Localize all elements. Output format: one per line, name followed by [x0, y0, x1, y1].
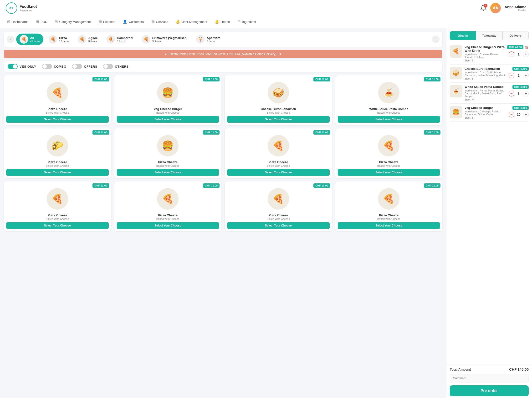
- select-item-button[interactable]: Select Your Choose: [6, 222, 109, 229]
- item-card: CHF 11.00 🍕 Pizza Cheeze Baked With Chee…: [335, 181, 443, 231]
- cart-item-size: Size : S: [465, 59, 505, 62]
- nav-item-user-management[interactable]: 🔔 User Management: [172, 16, 210, 28]
- item-card: CHF 11.00 🥪 Cheese Burst Sandwich Baked …: [225, 75, 332, 125]
- cat-label-pizza: Pizza: [59, 36, 69, 40]
- item-price-badge: CHF 11.00: [313, 77, 330, 81]
- qty-increase-button[interactable]: +: [523, 73, 529, 78]
- cat-prev-arrow[interactable]: ‹: [7, 36, 14, 43]
- nav-item-category-management[interactable]: ⊞ Category Management: [51, 16, 94, 28]
- toggle-knob-offers: [72, 64, 77, 68]
- nav-item-dashboards[interactable]: ⊞ Dashboards: [4, 16, 32, 28]
- qty-decrease-button[interactable]: −: [509, 51, 514, 57]
- select-item-button[interactable]: Select Your Choose: [338, 222, 440, 229]
- qty-increase-button[interactable]: +: [523, 91, 529, 96]
- tab-dine-in[interactable]: Dine in: [450, 31, 476, 40]
- select-item-button[interactable]: Select Your Choose: [227, 222, 330, 229]
- cart-item-info: White Sauce Pasta Combo Ingredients : Pe…: [465, 85, 506, 101]
- toggle-knob-combo: [42, 64, 47, 68]
- delete-item-button[interactable]: 🗑: [525, 45, 529, 50]
- cat-tab-aglioe[interactable]: 🍕 Aglioe 3 Items: [74, 34, 101, 45]
- toggle-knob-veg-only: [13, 64, 17, 68]
- item-desc: Baked With Cheese: [117, 218, 219, 220]
- cat-tab-primavera[interactable]: 🍕 Primavera (Vegetarisch) 3 Items: [139, 34, 191, 45]
- select-item-button[interactable]: Select Your Choose: [117, 222, 219, 229]
- user-name: Anna Adame: [505, 5, 526, 9]
- select-item-button[interactable]: Select Your Choose: [227, 169, 330, 176]
- cart-item-info: Cheese Burst Sandwich Ingredients : Corn…: [465, 67, 506, 80]
- item-name: Pizza Cheeze: [338, 213, 440, 217]
- preorder-button[interactable]: Pre-order: [450, 385, 529, 396]
- select-item-button[interactable]: Select Your Choose: [6, 169, 109, 176]
- item-price-badge: CHF 11.00: [203, 130, 220, 135]
- toggle-veg-only[interactable]: [8, 64, 18, 69]
- cat-tab-aperritifs[interactable]: 🍹 Aperritifs 3 Items: [193, 34, 224, 45]
- nav-label-user-mgmt: User Management: [182, 20, 207, 24]
- logo-icon: ✂: [6, 2, 17, 14]
- qty-increase-button[interactable]: +: [523, 112, 529, 118]
- cat-tab-gamberoni[interactable]: 🍕 Gamberoni 3 Items: [103, 34, 137, 45]
- total-label: Total Amount: [450, 367, 471, 371]
- cart-item-image: 🍕: [450, 45, 462, 58]
- filter-veg-only[interactable]: VEG ONLY: [8, 64, 36, 69]
- item-price-badge: CHF 11.00: [93, 77, 109, 81]
- items-grid: CHF 11.00 🍕 Pizza Cheeze Baked With Chee…: [4, 75, 442, 231]
- qty-decrease-button[interactable]: −: [509, 112, 514, 118]
- item-price-badge: CHF 11.00: [203, 183, 220, 188]
- select-item-button[interactable]: Select Your Choose: [117, 169, 219, 176]
- tab-takeaway[interactable]: Takeaway: [476, 31, 502, 40]
- cat-tab-pizza[interactable]: 🍕 Pizza 12 Items: [45, 34, 72, 45]
- item-image: 🍕: [157, 188, 178, 210]
- nav-item-expense[interactable]: ▦ Expense: [95, 16, 119, 28]
- comment-input[interactable]: [450, 374, 529, 383]
- item-info: Pizza Cheeze Baked With Cheese Select Yo…: [335, 159, 443, 178]
- cart-item-name: White Sauce Pasta Combo: [465, 85, 506, 89]
- item-price-badge: CHF 11.00: [313, 130, 330, 135]
- expense-icon: ▦: [98, 19, 102, 24]
- item-name: Pizza Cheeze: [6, 213, 109, 217]
- filter-combo[interactable]: COMBO: [42, 64, 66, 69]
- category-icon: ⊞: [55, 19, 58, 24]
- qty-increase-button[interactable]: +: [523, 51, 529, 57]
- user-role: Fonder: [505, 9, 526, 12]
- cart-item-info: Veg Cheese Burger Ingredients : Cabbage,…: [465, 106, 506, 119]
- item-image: 🍔: [157, 135, 178, 156]
- nav-item-report[interactable]: 🔔 Report: [211, 16, 233, 28]
- select-item-button[interactable]: Select Your Choose: [338, 116, 440, 123]
- toggle-knob-others: [103, 64, 108, 68]
- nav-item-ingredient[interactable]: ⊞ Ingredient: [234, 16, 259, 28]
- cat-label-aperritifs: Aperritifs: [207, 36, 221, 40]
- tab-delivery[interactable]: Delivery: [502, 31, 529, 40]
- toggle-others[interactable]: [103, 64, 113, 69]
- nav-label-ingredient: Ingredient: [242, 20, 256, 24]
- filter-offers[interactable]: OFFERS: [72, 64, 97, 69]
- item-name: Cheese Burst Sandwich: [227, 107, 330, 111]
- item-image: 🥪: [268, 82, 289, 103]
- select-item-button[interactable]: Select Your Choose: [338, 169, 440, 176]
- toggle-combo[interactable]: [42, 64, 52, 69]
- nav-item-services[interactable]: ▦ Services: [148, 16, 171, 28]
- qty-decrease-button[interactable]: −: [509, 91, 514, 96]
- select-item-button[interactable]: Select Your Choose: [227, 116, 330, 123]
- item-desc: Baked With Cheese: [338, 111, 440, 114]
- notification-bell[interactable]: 3: [480, 5, 487, 12]
- nav-label-customers: Customers: [129, 20, 144, 24]
- select-item-button[interactable]: Select Your Choose: [6, 116, 109, 123]
- toggle-offers[interactable]: [72, 64, 82, 69]
- qty-decrease-button[interactable]: −: [509, 73, 514, 78]
- info-banner: ★ Restaurants Open At 9:00 AM And Close …: [4, 50, 442, 58]
- cat-count-pizza: 12 Items: [59, 40, 69, 43]
- order-type-tabs: Dine in Takeaway Delivery: [446, 28, 532, 40]
- nav-item-pos[interactable]: ⊞ POS: [33, 16, 50, 28]
- filter-others[interactable]: OTHERS: [103, 64, 128, 69]
- item-info: Veg Cheese Burger Baked With Cheese Sele…: [114, 106, 222, 125]
- item-desc: Baked With Cheese: [338, 218, 440, 220]
- select-item-button[interactable]: Select Your Choose: [117, 116, 219, 123]
- item-info: Pizza Cheeze Baked With Cheese Select Yo…: [225, 212, 332, 231]
- item-name: Pizza Cheeze: [338, 160, 440, 164]
- nav-item-customers[interactable]: 👤 Customers: [120, 16, 147, 28]
- total-row: Total Amount CHF 145:00: [450, 367, 529, 371]
- item-info: Cheese Burst Sandwich Baked With Cheese …: [225, 106, 332, 125]
- cat-next-arrow[interactable]: ›: [432, 36, 439, 43]
- cat-tab-all[interactable]: 🍕 All 45 Items: [16, 34, 43, 45]
- item-name: Pizza Cheeze: [227, 213, 330, 217]
